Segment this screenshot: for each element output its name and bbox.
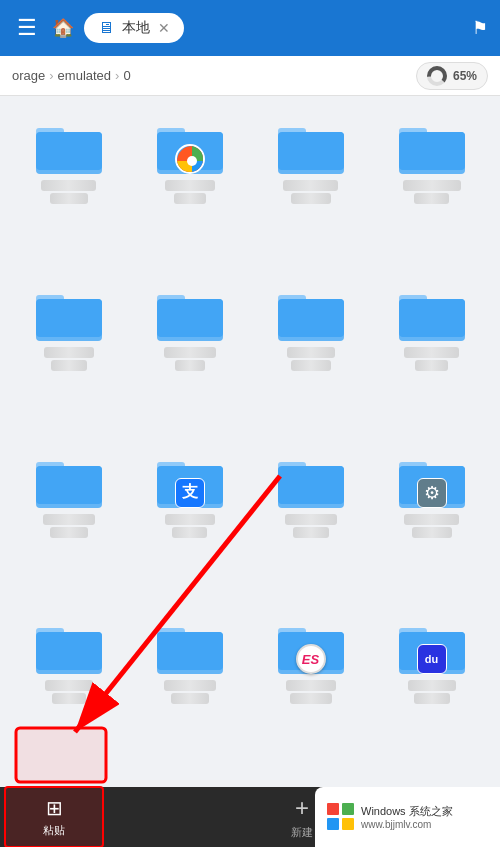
list-item[interactable] bbox=[250, 442, 371, 609]
file-sublabel bbox=[50, 193, 88, 204]
file-label bbox=[287, 347, 335, 358]
folder-icon-7 bbox=[276, 285, 346, 343]
folder-icon-16: du bbox=[397, 618, 467, 676]
folder-icon-13 bbox=[34, 618, 104, 676]
svg-rect-42 bbox=[36, 632, 102, 670]
list-item[interactable] bbox=[8, 275, 129, 442]
file-sublabel bbox=[412, 527, 452, 538]
menu-icon[interactable]: ☰ bbox=[12, 15, 42, 41]
file-label bbox=[285, 514, 337, 525]
list-item[interactable]: ES bbox=[250, 608, 371, 775]
file-grid: 支 ⚙ bbox=[0, 96, 500, 787]
file-sublabel bbox=[174, 193, 206, 204]
list-item[interactable] bbox=[129, 275, 250, 442]
file-label bbox=[165, 180, 215, 191]
list-item[interactable] bbox=[371, 275, 492, 442]
folder-icon-2 bbox=[155, 118, 225, 176]
file-label bbox=[164, 347, 216, 358]
file-label bbox=[283, 180, 338, 191]
bottom-toolbar: ⊞ 粘贴 + 新建 Windows 系统之家 www.bjjmlv.com bbox=[0, 787, 500, 847]
list-item[interactable] bbox=[8, 608, 129, 775]
file-sublabel bbox=[414, 693, 450, 704]
svg-rect-24 bbox=[278, 299, 344, 337]
list-item[interactable] bbox=[250, 108, 371, 275]
file-sublabel bbox=[52, 693, 86, 704]
breadcrumb-sep-2: › bbox=[115, 68, 119, 83]
breadcrumb-storage[interactable]: orage bbox=[12, 68, 45, 83]
file-sublabel bbox=[291, 360, 331, 371]
storage-percent: 65% bbox=[453, 69, 477, 83]
folder-icon-15: ES bbox=[276, 618, 346, 676]
file-label bbox=[403, 180, 461, 191]
svg-rect-4 bbox=[36, 132, 102, 170]
flag-icon[interactable]: ⚑ bbox=[472, 17, 488, 39]
file-sublabel bbox=[171, 693, 209, 704]
folder-icon-4 bbox=[397, 118, 467, 176]
svg-rect-18 bbox=[36, 299, 102, 337]
windows-site-url: www.bjjmlv.com bbox=[361, 819, 453, 830]
tab-close-icon[interactable]: ✕ bbox=[158, 20, 170, 36]
file-label bbox=[404, 514, 459, 525]
svg-rect-45 bbox=[157, 632, 223, 670]
list-item[interactable]: du bbox=[371, 608, 492, 775]
list-item[interactable] bbox=[129, 108, 250, 275]
windows-badge: Windows 系统之家 www.bjjmlv.com bbox=[315, 787, 500, 847]
file-sublabel bbox=[50, 527, 88, 538]
windows-logo bbox=[327, 803, 355, 831]
breadcrumb: orage › emulated › 0 65% bbox=[0, 56, 500, 96]
folder-icon-9 bbox=[34, 452, 104, 510]
file-sublabel bbox=[175, 360, 205, 371]
folder-icon-14 bbox=[155, 618, 225, 676]
folder-icon-10: 支 bbox=[155, 452, 225, 510]
paste-button[interactable]: ⊞ 粘贴 bbox=[4, 786, 104, 847]
local-tab[interactable]: 🖥 本地 ✕ bbox=[84, 13, 184, 43]
folder-icon-5 bbox=[34, 285, 104, 343]
storage-circle-chart bbox=[427, 66, 447, 86]
breadcrumb-sep-1: › bbox=[49, 68, 53, 83]
header: ☰ 🏠 🖥 本地 ✕ ⚑ bbox=[0, 0, 500, 56]
list-item[interactable] bbox=[8, 442, 129, 609]
list-item[interactable] bbox=[371, 108, 492, 275]
svg-rect-30 bbox=[36, 466, 102, 504]
list-item[interactable] bbox=[129, 608, 250, 775]
storage-badge: 65% bbox=[416, 62, 488, 90]
file-label bbox=[45, 680, 93, 691]
svg-rect-15 bbox=[399, 132, 465, 170]
file-sublabel bbox=[51, 360, 87, 371]
new-icon: + bbox=[295, 794, 309, 822]
folder-icon-11 bbox=[276, 452, 346, 510]
file-sublabel bbox=[290, 693, 332, 704]
folder-icon-6 bbox=[155, 285, 225, 343]
file-label bbox=[286, 680, 336, 691]
file-sublabel bbox=[415, 360, 448, 371]
windows-text-container: Windows 系统之家 www.bjjmlv.com bbox=[361, 804, 453, 829]
file-label bbox=[164, 680, 216, 691]
list-item[interactable]: ⚙ bbox=[371, 442, 492, 609]
breadcrumb-emulated[interactable]: emulated bbox=[58, 68, 111, 83]
folder-icon-1 bbox=[34, 118, 104, 176]
tab-folder-icon: 🖥 bbox=[98, 19, 114, 37]
svg-rect-21 bbox=[157, 299, 223, 337]
windows-site-title: Windows 系统之家 bbox=[361, 804, 453, 818]
file-label bbox=[44, 347, 94, 358]
list-item[interactable] bbox=[8, 108, 129, 275]
list-item[interactable]: 支 bbox=[129, 442, 250, 609]
file-label bbox=[408, 680, 456, 691]
home-icon[interactable]: 🏠 bbox=[52, 17, 74, 39]
file-sublabel bbox=[291, 193, 331, 204]
file-label bbox=[41, 180, 96, 191]
paste-label: 粘贴 bbox=[43, 823, 65, 838]
tab-label: 本地 bbox=[122, 19, 150, 37]
svg-rect-12 bbox=[278, 132, 344, 170]
list-item[interactable] bbox=[250, 275, 371, 442]
paste-icon: ⊞ bbox=[46, 796, 63, 820]
file-label bbox=[404, 347, 459, 358]
new-label: 新建 bbox=[291, 825, 313, 840]
breadcrumb-zero[interactable]: 0 bbox=[123, 68, 130, 83]
folder-icon-3 bbox=[276, 118, 346, 176]
file-sublabel bbox=[293, 527, 329, 538]
file-sublabel bbox=[172, 527, 207, 538]
folder-icon-12: ⚙ bbox=[397, 452, 467, 510]
svg-rect-36 bbox=[278, 466, 344, 504]
file-label bbox=[43, 514, 95, 525]
